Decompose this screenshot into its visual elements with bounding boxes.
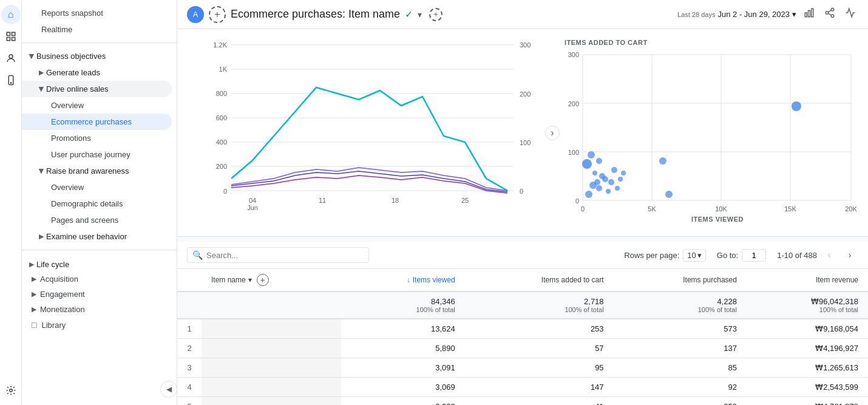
sidebar-wrapper: Reports snapshot Realtime ▶ Business obj… <box>22 0 177 405</box>
settings-icon[interactable] <box>1 381 21 400</box>
svg-text:20K: 20K <box>845 205 857 213</box>
svg-point-69 <box>615 186 620 191</box>
svg-rect-3 <box>12 38 15 41</box>
avatar[interactable]: A <box>187 6 204 23</box>
prev-page-button[interactable]: ‹ <box>821 247 838 264</box>
rows-per-page-select[interactable]: 10 ▾ <box>683 249 705 262</box>
chart-expand-button[interactable]: › <box>545 126 560 140</box>
next-page-button[interactable]: › <box>841 247 858 264</box>
svg-point-66 <box>608 179 614 185</box>
phone-icon[interactable] <box>1 70 21 90</box>
svg-point-73 <box>621 171 626 175</box>
line-chart-container: 1.2K 1K 800 600 400 200 0 300 200 100 0 <box>187 39 555 226</box>
life-cycle-header[interactable]: ▶ Life cycle <box>22 255 177 271</box>
people-icon[interactable] <box>1 49 21 68</box>
raise-brand-awareness-header[interactable]: ▶ Raise brand awareness <box>22 163 172 179</box>
svg-point-60 <box>594 179 600 185</box>
svg-point-70 <box>582 159 592 169</box>
item-name-filter[interactable]: Item name ▾ <box>211 276 252 284</box>
svg-text:5K: 5K <box>648 205 656 213</box>
sidebar-item-reports-snapshot[interactable]: Reports snapshot <box>22 5 172 21</box>
sidebar: Reports snapshot Realtime ▶ Business obj… <box>22 0 177 405</box>
sidebar-item-overview-sales[interactable]: Overview <box>22 97 172 114</box>
rows-select-chevron: ▾ <box>697 251 702 260</box>
svg-text:800: 800 <box>216 90 227 97</box>
search-box[interactable]: 🔍 <box>187 247 369 263</box>
col-item-revenue[interactable]: Item revenue <box>747 269 868 291</box>
svg-text:04: 04 <box>249 197 256 204</box>
col-items-added[interactable]: Items added to cart <box>465 269 614 291</box>
svg-point-63 <box>602 176 608 182</box>
search-icon: 🔍 <box>192 250 203 260</box>
sidebar-collapse-button[interactable]: ◀ <box>160 381 177 398</box>
search-input[interactable] <box>206 251 364 260</box>
svg-point-12 <box>826 12 829 15</box>
table-row: 3 3,091 95 85 ₩1,265,613 <box>177 358 868 378</box>
sidebar-item-demographic-details[interactable]: Demographic details <box>22 196 172 212</box>
item-name-cell <box>202 378 341 397</box>
sidebar-section-business-objectives: ▶ Business objectives ▶ Generate leads ▶… <box>22 48 177 245</box>
svg-point-62 <box>596 185 602 191</box>
sidebar-item-realtime[interactable]: Realtime <box>22 21 172 38</box>
svg-text:100: 100 <box>568 149 579 156</box>
svg-rect-9 <box>809 10 810 17</box>
svg-point-11 <box>831 9 834 12</box>
item-name-filter-icon: ▾ <box>248 276 252 284</box>
col-items-viewed[interactable]: ↓ Items viewed <box>341 269 465 291</box>
drive-online-sales-header[interactable]: ▶ Drive online sales <box>22 81 172 97</box>
sidebar-item-promotions[interactable]: Promotions <box>22 130 172 146</box>
svg-point-74 <box>665 191 673 198</box>
svg-text:15K: 15K <box>784 205 796 213</box>
svg-text:25: 25 <box>461 197 469 204</box>
svg-point-67 <box>611 167 617 173</box>
svg-point-76 <box>659 157 666 165</box>
insights-icon[interactable] <box>843 5 858 24</box>
add-property-button[interactable]: + <box>209 6 226 23</box>
svg-text:1.2K: 1.2K <box>213 41 227 49</box>
chevron-raise-brand: ▶ <box>38 169 46 174</box>
svg-text:10K: 10K <box>715 205 727 213</box>
chevron-examine-behavior: ▶ <box>39 233 44 240</box>
svg-rect-2 <box>7 38 10 41</box>
svg-text:600: 600 <box>216 114 227 121</box>
sidebar-divider-top <box>22 43 177 43</box>
lifecycle-monetization[interactable]: ▶ Monetization <box>22 302 172 317</box>
home-icon[interactable]: ⌂ <box>1 5 21 24</box>
col-items-purchased[interactable]: Items purchased <box>614 269 747 291</box>
library-item[interactable]: □ Library <box>22 317 172 333</box>
svg-text:100: 100 <box>520 139 531 146</box>
svg-text:400: 400 <box>216 138 227 146</box>
col-item-name[interactable]: Item name ▾ + <box>202 269 341 291</box>
sidebar-item-overview-brand[interactable]: Overview <box>22 179 172 196</box>
chevron-drive-online-sales: ▶ <box>38 87 46 92</box>
sidebar-item-pages-and-screens[interactable]: Pages and screens <box>22 212 172 228</box>
generate-leads-header[interactable]: ▶ Generate leads <box>22 64 172 81</box>
goto-input[interactable] <box>742 249 766 262</box>
sidebar-item-user-purchase-journey[interactable]: User purchase journey <box>22 146 172 163</box>
chart-type-icon[interactable] <box>801 5 817 24</box>
svg-point-6 <box>10 83 12 84</box>
sidebar-item-ecommerce-purchases[interactable]: Ecommerce purchases <box>22 114 172 130</box>
svg-rect-1 <box>12 32 15 35</box>
svg-point-65 <box>592 171 597 175</box>
add-chart-button[interactable]: + <box>429 8 442 21</box>
title-chevron-icon[interactable]: ▾ <box>418 10 422 19</box>
add-metric-button[interactable]: + <box>257 274 269 286</box>
lifecycle-acquisition[interactable]: ▶ Acquisition <box>22 271 172 287</box>
date-range-value[interactable]: Jun 2 - Jun 29, 2023 ▾ <box>717 10 796 19</box>
svg-text:18: 18 <box>392 197 399 204</box>
main-content: A + Ecommerce purchases: Item name ✓ ▾ +… <box>177 0 868 405</box>
svg-point-75 <box>792 101 801 111</box>
lifecycle-engagement[interactable]: ▶ Engagement <box>22 287 172 302</box>
svg-text:11: 11 <box>319 197 326 204</box>
svg-rect-8 <box>805 13 807 17</box>
date-range-selector[interactable]: Last 28 days Jun 2 - Jun 29, 2023 ▾ <box>677 10 796 19</box>
svg-rect-0 <box>7 32 10 35</box>
examine-user-behavior-header[interactable]: ▶ Examine user behavior <box>22 228 172 245</box>
charts-row: 1.2K 1K 800 600 400 200 0 300 200 100 0 <box>177 29 868 237</box>
analytics-icon[interactable] <box>1 27 21 46</box>
business-objectives-header[interactable]: ▶ Business objectives <box>22 48 172 64</box>
item-name-cell <box>202 358 341 378</box>
share-icon[interactable] <box>822 5 838 24</box>
page-title: Ecommerce purchases: Item name ✓ ▾ + <box>231 8 673 21</box>
